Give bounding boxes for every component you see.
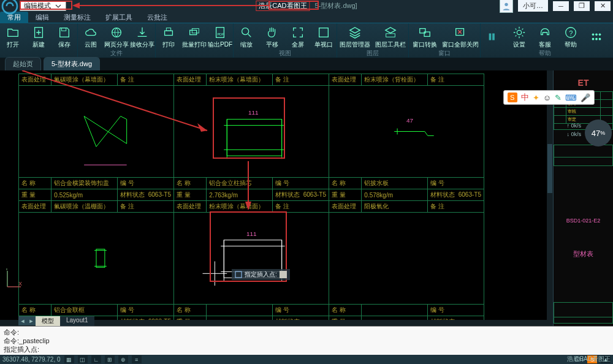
cmd-prompt-line: 指定插入点:	[4, 345, 609, 354]
cell: 编 号	[118, 178, 174, 189]
svg-point-26	[599, 34, 601, 36]
tooltip-input[interactable]	[280, 271, 287, 278]
status-toggle[interactable]: ◫	[78, 355, 88, 363]
cell: 粉末喷涂（幕墙面）	[207, 74, 273, 86]
qat-placeholder-button[interactable]	[481, 28, 506, 45]
ribbon-group-label: 视图	[234, 49, 337, 58]
ime-cn[interactable]: 中	[521, 92, 529, 103]
layout-tab-layout1[interactable]: Layout1	[60, 316, 94, 326]
perf-gauge-widget[interactable]: 47%	[585, 119, 612, 146]
cell: 编 号	[273, 305, 329, 316]
cell: 备 注	[428, 74, 484, 86]
layout-next-button[interactable]: ►	[27, 316, 36, 325]
cell: 氟碳喷涂（幕墙面）	[51, 74, 118, 86]
window-switch-button[interactable]: 窗口转换	[409, 23, 441, 49]
batch-print-button[interactable]: 批量打印	[181, 23, 207, 49]
cell: 名 称	[329, 305, 361, 316]
status-toggle[interactable]: ▦	[64, 355, 74, 363]
svg-point-27	[592, 38, 595, 40]
window-close-all-button[interactable]: 窗口全部关闭	[441, 23, 480, 49]
svg-rect-19	[489, 34, 492, 40]
doc-tab-file[interactable]: 5-型材表.dwg	[44, 57, 100, 70]
layout-prev-button[interactable]: ◄	[18, 316, 27, 325]
cell: 0.578kg/m	[362, 189, 428, 201]
svg-rect-9	[190, 30, 197, 34]
cell: 名 称	[19, 305, 51, 316]
new-button[interactable]: 新建	[26, 23, 51, 49]
service-button[interactable]: 客服	[532, 23, 558, 49]
annotation-box	[20, 1, 72, 10]
recv-share-button[interactable]: 接收分享	[129, 23, 155, 49]
pan-button[interactable]: 平移	[259, 23, 285, 49]
status-toggle[interactable]: ⊞	[105, 355, 115, 363]
menu-tab-edit[interactable]: 编辑	[28, 12, 56, 23]
status-toggle[interactable]: ≡	[132, 355, 142, 363]
ribbon-group-label: 窗口	[409, 49, 480, 58]
cell: 表面处理	[19, 201, 51, 213]
cell: 重 量	[19, 189, 51, 201]
user-name-label[interactable]: 小可…	[518, 0, 548, 12]
cell: 编 号	[428, 178, 484, 189]
cell: 名 称	[173, 305, 206, 316]
doc-tab-start[interactable]: 起始页	[5, 57, 41, 70]
ime-mic-icon[interactable]: 🎤	[581, 93, 590, 102]
vertical-scrollbar[interactable]	[547, 70, 553, 326]
ime-emoji-icon[interactable]: ✦	[533, 93, 539, 102]
cell: 表面处理	[19, 74, 51, 86]
open-button[interactable]: 打开	[0, 23, 26, 49]
ribbon-group-label: 帮助	[481, 49, 609, 58]
sogou-ime-toolbar[interactable]: S 中 ✦ ☺ ✎ ⌨ 🎤	[503, 90, 595, 105]
cloud-button[interactable]: 云图	[78, 23, 104, 49]
fullscreen-button[interactable]: 全屏	[285, 23, 311, 49]
svg-point-13	[242, 28, 249, 35]
cell: 铝合金立柱插芯	[207, 178, 273, 189]
annotation-box	[268, 1, 319, 10]
annotation-box	[213, 97, 285, 159]
status-toggle[interactable]: ∟	[91, 355, 101, 363]
status-toggle[interactable]: ⊕	[118, 355, 128, 363]
save-button[interactable]: 保存	[51, 23, 77, 49]
ribbon-group-label	[156, 49, 233, 58]
svg-rect-20	[492, 34, 495, 40]
print-button[interactable]: 打印	[156, 23, 181, 49]
close-button[interactable]: ✕	[595, 1, 611, 11]
export-pdf-button[interactable]: PDF输出PDF	[207, 23, 233, 49]
svg-rect-15	[386, 34, 395, 37]
cell: 备 注	[428, 201, 484, 213]
insert-point-tooltip: 指定插入点:	[232, 269, 290, 280]
ucs-icon: Y X	[5, 268, 22, 289]
ime-input-icon[interactable]: ✎	[555, 93, 562, 102]
cell: 粉末喷涂（背栓面）	[362, 74, 428, 86]
menu-tab-ext[interactable]: 扩展工具	[98, 12, 140, 23]
web-share-button[interactable]: 网页分享	[104, 23, 129, 49]
layout-tab-model[interactable]: 模型	[36, 316, 60, 326]
svg-text:?: ?	[569, 29, 573, 37]
drawing-canvas[interactable]: 表面处理 氟碳喷涂（幕墙面） 备 注 表面处理 粉末喷涂（幕墙面） 备 注 表面…	[0, 70, 553, 326]
app-logo-icon	[0, 0, 20, 12]
svg-rect-37	[96, 249, 105, 268]
maximize-button[interactable]: ❐	[574, 1, 590, 11]
more-button[interactable]	[584, 28, 609, 45]
minimize-button[interactable]: ─	[553, 1, 569, 11]
menu-tab-measure[interactable]: 测量标注	[56, 12, 98, 23]
single-viewport-button[interactable]: 单视口	[311, 23, 337, 49]
brand-logo: ET	[554, 70, 613, 88]
cell: 2.763kg/m	[207, 189, 273, 201]
svg-point-29	[599, 38, 601, 40]
layer-manager-button[interactable]: 图层管理器	[337, 23, 373, 49]
cell: 重 量	[329, 189, 361, 201]
ribbon-group-label: 文件	[78, 49, 155, 58]
command-line[interactable]: 命令: 命令:_pasteclip 指定插入点:	[0, 326, 613, 355]
cell: 表面处理	[329, 201, 361, 213]
settings-button[interactable]: 设置	[506, 23, 532, 49]
ime-face-icon[interactable]: ☺	[543, 93, 551, 102]
user-avatar-icon[interactable]	[500, 0, 513, 13]
help-button[interactable]: ?帮助	[558, 23, 584, 49]
cmd-history-line: 命令:_pasteclip	[4, 336, 609, 345]
svg-text:Y: Y	[5, 268, 9, 271]
cell: 编 号	[273, 178, 329, 189]
layer-toolbar-button[interactable]: 图层工具栏	[373, 23, 408, 49]
menu-tab-cloud[interactable]: 云批注	[140, 12, 175, 23]
ime-keyboard-icon[interactable]: ⌨	[565, 93, 577, 102]
zoom-button[interactable]: 缩放	[234, 23, 259, 49]
